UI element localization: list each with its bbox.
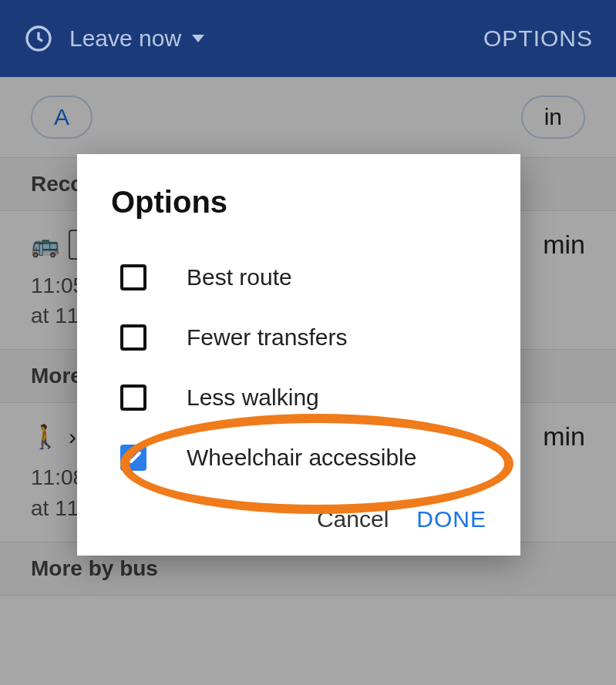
option-label: Less walking [187,384,319,411]
dialog-title: Options [111,185,486,220]
option-label: Wheelchair accessible [187,445,416,471]
done-button[interactable]: DONE [416,506,486,532]
option-label: Fewer transfers [187,324,347,351]
dialog-actions: Cancel DONE [111,506,486,532]
cancel-button[interactable]: Cancel [317,506,389,532]
checkbox-unchecked[interactable] [120,324,146,351]
chevron-down-icon [192,35,204,42]
checkbox-unchecked[interactable] [120,264,146,290]
option-label: Best route [187,264,292,290]
checkbox-checked[interactable] [120,445,146,471]
check-icon [124,448,143,467]
option-best-route[interactable]: Best route [111,247,486,307]
option-wheelchair-accessible[interactable]: Wheelchair accessible [111,428,486,488]
leave-now-dropdown[interactable]: Leave now [69,25,204,52]
options-link[interactable]: OPTIONS [483,25,593,52]
options-dialog: Options Best route Fewer transfers Less … [77,154,520,556]
clock-icon [23,23,54,54]
content-area: A in Reco 🚌 1 min 11:05 at 11 More 🚶 › m… [0,77,616,685]
app-header: Leave now OPTIONS [0,0,616,77]
leave-now-label: Leave now [69,25,181,52]
option-less-walking[interactable]: Less walking [111,368,486,428]
checkbox-unchecked[interactable] [120,384,146,411]
option-fewer-transfers[interactable]: Fewer transfers [111,307,486,368]
header-left: Leave now [23,23,204,54]
